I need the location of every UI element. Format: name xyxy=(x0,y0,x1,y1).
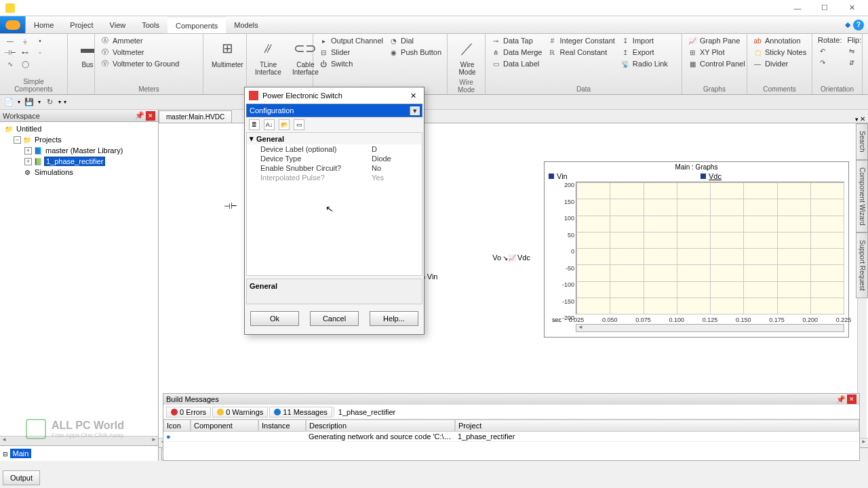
workspace-close-icon[interactable]: ✕ xyxy=(146,111,155,121)
menu-components[interactable]: Components xyxy=(167,16,226,33)
ammeter-button[interactable]: ⒶAmmeter xyxy=(99,35,180,46)
minimize-button[interactable]: — xyxy=(784,1,811,15)
plot-area[interactable]: sec 0.0250.0500.0750.1000.1250.1500.1750… xyxy=(576,182,844,314)
help-icon[interactable]: ? xyxy=(853,20,864,30)
output-channel-button[interactable]: ▸Output Channel xyxy=(317,35,384,46)
controlpanel-button[interactable]: ▦Control Panel xyxy=(686,58,747,69)
switch-button[interactable]: ⏻Switch xyxy=(317,58,384,69)
intconst-button[interactable]: #Integer Constant xyxy=(546,35,616,46)
node-button[interactable]: ⊷ xyxy=(19,47,31,58)
messages-chip[interactable]: 11 Messages xyxy=(269,407,332,418)
col-component[interactable]: Component xyxy=(191,420,258,432)
ribbon-toggle-icon[interactable]: ◆ xyxy=(845,20,850,29)
source-button[interactable]: ◯ xyxy=(19,58,31,69)
ok-button[interactable]: Ok xyxy=(250,311,299,326)
col-icon[interactable]: Icon xyxy=(163,420,191,432)
datalabel-button[interactable]: ▭Data Label xyxy=(490,58,543,69)
voltmeter-button[interactable]: ⓋVoltmeter xyxy=(99,47,180,58)
prop-device-label[interactable]: Device Label (optional)D xyxy=(247,144,422,154)
bus-button[interactable]: Bus xyxy=(81,61,93,68)
junction-button[interactable]: ◦ xyxy=(34,47,46,58)
sidetab-component-wizard[interactable]: Component Wizard xyxy=(856,160,868,233)
tree-expand-icon[interactable]: + xyxy=(24,147,32,155)
rotate-right-button[interactable]: ↷ xyxy=(816,57,843,68)
tree-expand-icon[interactable]: + xyxy=(24,158,32,165)
graph-panel[interactable]: Main : Graphs Vin Vdc sec 0.0250.0500.07… xyxy=(544,161,849,338)
warnings-chip[interactable]: 0 Warnings xyxy=(212,407,268,418)
realconst-button[interactable]: ℝReal Constant xyxy=(546,47,616,58)
collapse-button[interactable]: ▭ xyxy=(294,119,304,130)
sticky-button[interactable]: ▢Sticky Notes xyxy=(751,47,808,58)
export-button[interactable]: ↥Export xyxy=(619,47,669,58)
resistor-button[interactable]: — xyxy=(4,35,16,46)
workspace-pin-icon[interactable]: 📌 xyxy=(135,111,144,121)
main-chip[interactable]: Main xyxy=(10,449,32,458)
tree-simulations[interactable]: Simulations xyxy=(33,168,75,176)
import-button[interactable]: ↧Import xyxy=(619,35,669,46)
wiremode-button[interactable]: ／Wire Mode xyxy=(452,35,483,77)
divider-button[interactable]: —Divider xyxy=(751,58,808,69)
prop-device-type[interactable]: Device TypeDiode xyxy=(247,154,422,163)
categorize-button[interactable]: ≣ xyxy=(249,119,260,130)
graph-scrollbar[interactable] xyxy=(576,324,844,332)
close-window-button[interactable]: ✕ xyxy=(838,1,865,15)
sidetab-search[interactable]: Search xyxy=(856,123,868,160)
file-button[interactable] xyxy=(0,16,26,33)
datatap-button[interactable]: ⊸Data Tap xyxy=(490,35,543,46)
multimeter-button[interactable]: ⊞Multimeter xyxy=(208,35,248,70)
maximize-button[interactable]: ☐ xyxy=(811,1,838,15)
col-description[interactable]: Description xyxy=(306,420,455,432)
tline-button[interactable]: ⫽TLine Interface xyxy=(251,35,285,77)
xyplot-button[interactable]: ⊞XY Plot xyxy=(686,47,747,58)
sort-button[interactable]: A↓ xyxy=(264,119,275,130)
ribbon-body: — ⊣⊢ ∿ ⏚ ⊷ ◯ • ◦ Simple Components ▬Bus … xyxy=(0,34,868,95)
annotation-button[interactable]: abAnnotation xyxy=(751,35,808,46)
ground-button[interactable]: ⏚ xyxy=(19,35,31,46)
collapse-icon[interactable]: ▾ xyxy=(250,134,254,143)
voltmeter-ground-button[interactable]: ⓋVoltmeter to Ground xyxy=(99,58,180,69)
graphpane-button[interactable]: 📈Graph Pane xyxy=(686,35,747,46)
qat-new-button[interactable]: 📄 xyxy=(3,97,15,108)
menu-project[interactable]: Project xyxy=(62,16,101,33)
cancel-button[interactable]: Cancel xyxy=(310,311,359,326)
tree-active-project[interactable]: 1_phase_rectifier xyxy=(44,157,105,166)
menu-view[interactable]: View xyxy=(102,16,134,33)
radiolink-button[interactable]: 📡Radio Link xyxy=(619,58,669,69)
menu-models[interactable]: Models xyxy=(226,16,266,33)
sidetab-support[interactable]: Support Request xyxy=(856,232,868,298)
inductor-button[interactable]: ∿ xyxy=(4,58,16,69)
expand-button[interactable]: 📂 xyxy=(279,119,290,130)
datamerge-button[interactable]: ⋔Data Merge xyxy=(490,47,543,58)
errors-chip[interactable]: 0 Errors xyxy=(166,407,211,418)
dialog-close-button[interactable]: ✕ xyxy=(406,89,420,102)
rotate-left-button[interactable]: ↶ xyxy=(816,45,843,56)
flip-v-button[interactable]: ⇵ xyxy=(846,57,863,68)
pushbutton-button[interactable]: ◉Push Button xyxy=(387,47,443,58)
qat-save-button[interactable]: 💾 xyxy=(23,97,35,108)
project-tree[interactable]: 📁Untitled −📁Projects +📘master (Master Li… xyxy=(0,122,158,436)
tab-close-icon[interactable]: ✕ xyxy=(860,115,865,123)
slider-button[interactable]: ⊟Slider xyxy=(317,47,384,58)
property-grid[interactable]: ▾General Device Label (optional)D Device… xyxy=(246,132,422,276)
build-close-icon[interactable]: ✕ xyxy=(847,394,856,404)
tab-dropdown-icon[interactable]: ▾ xyxy=(855,116,859,123)
config-combobox[interactable]: Configuration xyxy=(246,104,422,117)
tree-projects[interactable]: Projects xyxy=(33,136,63,144)
output-tab[interactable]: Output xyxy=(3,470,40,485)
menu-home[interactable]: Home xyxy=(26,16,62,33)
prop-snubber[interactable]: Enable Snubber Circuit?No xyxy=(247,163,422,173)
capacitor-button[interactable]: ⊣⊢ xyxy=(4,47,16,58)
dot-button[interactable]: • xyxy=(34,35,46,46)
col-instance[interactable]: Instance xyxy=(258,420,306,432)
tree-expand-icon[interactable]: − xyxy=(14,136,21,144)
dial-button[interactable]: ◔Dial xyxy=(387,35,443,46)
tree-master[interactable]: master (Master Library) xyxy=(44,146,124,155)
build-pin-icon[interactable]: 📌 xyxy=(836,394,846,404)
qat-refresh-button[interactable]: ↻ xyxy=(43,97,56,108)
flip-h-button[interactable]: ⇋ xyxy=(846,45,863,56)
col-project[interactable]: Project xyxy=(455,420,859,432)
tree-root[interactable]: Untitled xyxy=(15,125,43,133)
menu-tools[interactable]: Tools xyxy=(134,16,167,33)
canvas-tab[interactable]: master:Main.HVDC xyxy=(159,110,232,123)
help-button[interactable]: Help... xyxy=(370,311,418,326)
